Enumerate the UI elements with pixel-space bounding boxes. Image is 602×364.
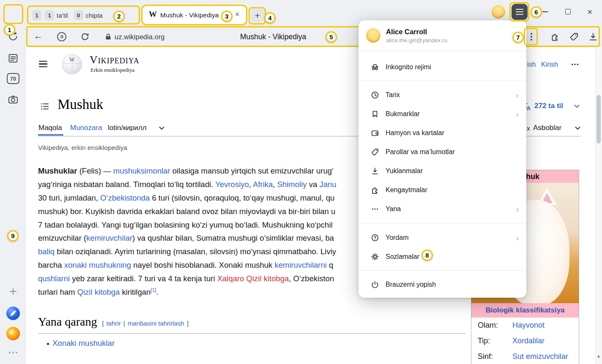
variant-selector[interactable]: lotin/кирилл [108,124,147,132]
tab-tatil[interactable]: 1 ta’til [45,10,71,20]
wiki-link[interactable]: qushlarni [38,274,70,283]
menu-item-wallet[interactable]: Hamyon va kartalar [358,123,526,142]
infobox-section-header[interactable]: Biologik klassifikatsiya [471,303,579,318]
wiki-link[interactable]: xonaki mushukning [64,261,131,269]
infobox-value-link[interactable]: Sut emizuvchilar [512,352,568,361]
account-avatar [366,28,380,43]
back-icon[interactable]: ← [34,31,43,41]
downloads-icon[interactable] [588,32,598,41]
menu-item-label: Yordam [386,234,409,242]
wiki-link[interactable]: Yevrosiyo [215,180,249,189]
menu-item-passwords[interactable]: Parollar va ma’lumotlar [358,142,526,161]
address-page-title[interactable]: Mushuk - Vikipediya [240,33,306,41]
tab-chipta[interactable]: 0 chipta [74,10,103,20]
puzzle-icon [371,186,379,194]
article-title: Mushuk [57,97,103,112]
maximize-button[interactable] [565,9,571,14]
wiki-hamburger-icon[interactable] [39,59,47,69]
callout-7: 7 [512,32,524,43]
menu-item-settings[interactable]: Sozlamalar [358,247,526,266]
infobox-label: Olam: [478,321,512,330]
signup-link[interactable]: ish [527,61,536,68]
new-tab-button[interactable]: + [251,9,264,22]
text-segment: nayel boshi hisoblanadi. Xonaki mushuk [131,261,274,269]
menu-item-quit[interactable]: Brauzerni yopish [358,275,526,294]
wiki-link[interactable]: Shimoliy [277,180,307,189]
wikipedia-logo[interactable]: W [62,54,82,74]
reload-icon[interactable] [80,32,90,41]
gear-icon [371,253,379,261]
screenshot-icon[interactable] [8,94,19,105]
menu-item-more[interactable]: Yana › [358,199,526,218]
tab-group: 1 1 ta’til 0 chipta [32,10,103,20]
infobox-value-link[interactable]: Hayvonot [512,321,545,330]
wiki-link[interactable]: mushuksimonlar [113,166,170,175]
menu-item-help[interactable]: ? Yordam › [358,228,526,247]
bracket: ] [187,320,189,327]
user-avatar-toolbar[interactable] [492,5,505,19]
menu-item-label: Bukmarklar [386,110,420,118]
svg-text:?: ? [374,235,376,240]
menu-item-label: Brauzerni yopish [386,281,436,288]
wiki-wordmark[interactable]: Vikipediya [90,54,140,66]
text-segment: 30 turi, jumladan, [38,193,100,202]
menu-item-downloads[interactable]: Yuklanmalar [358,161,526,180]
pinned-tab-counter[interactable]: 1 [32,10,41,20]
passwords-icon[interactable] [569,32,579,41]
minimize-button[interactable] [542,11,548,12]
language-count-button[interactable]: 272 ta til [534,102,563,110]
tag-icon [371,148,379,156]
menu-item-label: Tarix [386,91,400,99]
login-link[interactable]: Kirish [541,61,558,68]
personal-more-icon[interactable]: … [571,57,579,67]
menu-item-history[interactable]: Tarix › [358,85,526,104]
download-icon [371,167,379,175]
wiki-link[interactable]: O‘zbekistonda [100,193,150,202]
wiki-link[interactable]: baliq [38,247,55,256]
feed-panel-icon[interactable] [8,53,19,64]
menu-item-extensions[interactable]: Kengaytmalar [358,180,526,199]
ellipsis-icon [371,205,379,213]
account-header[interactable]: Alice Carroll alice.the.girl@yandex.ru [358,20,526,51]
browser-menu-button[interactable] [512,4,528,20]
wiki-link[interactable]: Qizil kitobga [77,288,120,296]
text-segment: , O‘zbekiston [289,274,334,283]
kebab-menu-icon[interactable] [527,32,536,41]
wiki-link[interactable]: kemiruvchilar [86,234,132,242]
edit-source-link[interactable]: manbasini tahrirlash [128,320,184,327]
wiki-link[interactable]: kemiruvchilarni [274,261,326,269]
tab-article[interactable]: Maqola [38,124,62,132]
yandex-app-icon[interactable] [6,326,20,341]
wiki-link[interactable]: Janu [319,180,336,189]
scrollbar-thumb[interactable] [597,95,601,144]
sidebar-add-icon[interactable] [9,288,17,295]
wiki-link[interactable]: [1] [150,287,156,293]
menu-item-label: Parollar va ma’lumotlar [386,148,455,156]
yandex-browser-logo[interactable] [6,306,20,321]
extensions-icon[interactable] [550,32,560,41]
wiki-link[interactable]: Xalqaro Qizil kitobga [217,274,289,283]
text-segment: , [249,180,253,189]
wiki-link[interactable]: Afrika [253,180,273,189]
text-segment: yeb zarar keltiradi. 7 turi va 4 ta kenj… [70,274,217,283]
sidebar-more-icon[interactable] [8,350,18,355]
lock-icon[interactable] [104,33,112,41]
see-also-item-link[interactable]: Xonaki mushuklar [52,339,115,348]
tab-talk[interactable]: Munozara [70,124,102,132]
tab-counter-badge[interactable]: 70 [7,73,19,84]
scrollbar-down-arrow[interactable]: ▼ [595,355,602,359]
menu-item-bookmarks[interactable]: Bukmarklar › [358,104,526,123]
text-segment: q [327,261,333,269]
tab-close-icon[interactable]: × [235,10,240,19]
contents-icon[interactable] [40,102,49,111]
infobox-label: Sinf: [478,352,512,361]
text-segment: turlari ham [38,288,77,296]
tab-label: chipta [86,12,103,19]
tools-button[interactable]: Asboblar [533,124,561,132]
url-domain[interactable]: uz.wikipedia.org [115,33,164,41]
close-window-button[interactable]: × [587,7,592,17]
infobox-value-link[interactable]: Xordalilar [512,337,545,345]
edit-link[interactable]: tahrir [107,320,121,327]
yandex-button-icon[interactable]: Я [57,32,66,41]
menu-item-incognito[interactable]: Inkognito rejimi [358,57,526,76]
